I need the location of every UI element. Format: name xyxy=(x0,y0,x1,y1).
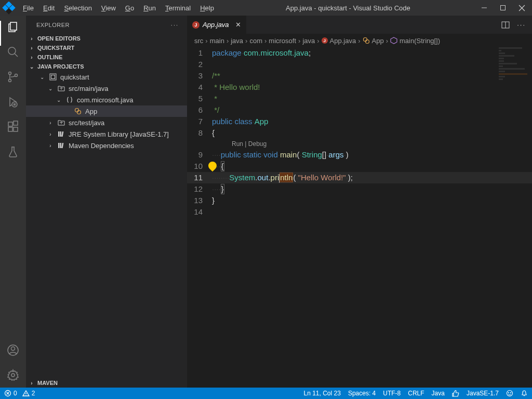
window-minimize-icon[interactable] xyxy=(481,5,487,11)
codelens[interactable]: Run | Debug xyxy=(187,139,532,149)
svg-point-30 xyxy=(511,393,511,393)
svg-point-13 xyxy=(11,374,15,377)
svg-point-3 xyxy=(9,72,11,75)
menu-file[interactable]: File xyxy=(19,2,38,14)
menu-terminal[interactable]: Terminal xyxy=(161,2,195,14)
package-folder-icon xyxy=(57,118,65,127)
status-warnings[interactable]: 2 xyxy=(22,390,35,397)
menu-go[interactable]: Go xyxy=(121,2,138,14)
editor-more-icon[interactable]: ··· xyxy=(517,21,526,29)
test-icon[interactable] xyxy=(7,145,19,158)
maven-deps-node[interactable]: ›Maven Dependencies xyxy=(26,140,187,151)
activity-bar xyxy=(0,16,26,388)
library-icon xyxy=(57,141,65,150)
status-sdk[interactable]: JavaSE-1.7 xyxy=(467,390,499,397)
symbol-method-icon xyxy=(390,37,397,44)
settings-gear-icon[interactable] xyxy=(7,369,19,381)
src-main-node[interactable]: ⌄src/main/java xyxy=(26,83,187,94)
status-encoding[interactable]: UTF-8 xyxy=(383,390,401,397)
explorer-title: EXPLORER xyxy=(36,22,70,28)
package-node[interactable]: ⌄com.microsoft.java xyxy=(26,94,187,105)
title-bar: File Edit Selection View Go Run Terminal… xyxy=(0,0,532,16)
svg-point-25 xyxy=(363,38,367,42)
editor-area: J App.java ✕ ··· src› main› java› com› m… xyxy=(187,16,532,388)
jre-node[interactable]: ›JRE System Library [JavaSE-1.7] xyxy=(26,128,187,140)
tab-close-icon[interactable]: ✕ xyxy=(235,21,241,29)
svg-point-28 xyxy=(507,391,513,396)
package-folder-icon xyxy=(57,84,65,92)
svg-rect-22 xyxy=(60,143,62,148)
svg-rect-18 xyxy=(58,131,60,137)
editor-tabs: J App.java ✕ ··· xyxy=(187,16,532,34)
svg-rect-15 xyxy=(51,75,55,79)
library-icon xyxy=(57,130,65,138)
section-outline[interactable]: ›OUTLINE xyxy=(26,52,187,62)
menu-help[interactable]: Help xyxy=(196,2,218,14)
symbol-class-icon xyxy=(363,37,370,44)
section-open-editors[interactable]: ›OPEN EDITORS xyxy=(26,34,187,43)
svg-rect-21 xyxy=(58,143,60,148)
svg-rect-9 xyxy=(14,127,18,131)
run-debug-icon[interactable] xyxy=(7,96,19,108)
svg-point-29 xyxy=(509,393,509,393)
svg-point-4 xyxy=(9,79,11,82)
status-errors[interactable]: 0 xyxy=(4,390,17,397)
section-java-projects[interactable]: ⌄JAVA PROJECTS xyxy=(26,62,187,71)
svg-rect-7 xyxy=(8,122,12,126)
project-icon xyxy=(49,73,57,81)
explorer-icon[interactable] xyxy=(7,21,19,33)
svg-point-26 xyxy=(365,40,369,44)
status-ln-col[interactable]: Ln 11, Col 23 xyxy=(303,390,340,397)
svg-point-2 xyxy=(8,47,16,55)
explorer-sidebar: EXPLORER ··· ›OPEN EDITORS ›QUICKSTART ›… xyxy=(26,16,187,388)
status-feedback-icon[interactable] xyxy=(506,390,513,397)
status-eol[interactable]: CRLF xyxy=(408,390,424,397)
svg-rect-10 xyxy=(14,121,18,125)
project-node[interactable]: ⌄quickstart xyxy=(26,71,187,83)
breadcrumbs[interactable]: src› main› java› com› microsoft› java› J… xyxy=(187,34,532,47)
menu-selection[interactable]: Selection xyxy=(60,2,96,14)
svg-rect-1 xyxy=(10,22,17,30)
svg-rect-8 xyxy=(8,127,12,131)
status-bell-icon[interactable] xyxy=(521,390,528,397)
status-bar: 0 2 Ln 11, Col 23 Spaces: 4 UTF-8 CRLF J… xyxy=(0,388,532,399)
extensions-icon[interactable] xyxy=(7,121,19,133)
svg-point-12 xyxy=(11,347,15,351)
menu-run[interactable]: Run xyxy=(139,2,160,14)
status-language[interactable]: Java xyxy=(432,390,445,397)
tab-label: App.java xyxy=(203,21,229,29)
window-close-icon[interactable] xyxy=(518,5,525,11)
svg-rect-20 xyxy=(61,131,63,137)
section-maven[interactable]: ›MAVEN xyxy=(26,378,187,388)
split-editor-icon[interactable] xyxy=(501,21,510,29)
window-title: App.java - quickstart - Visual Studio Co… xyxy=(218,4,478,12)
class-node[interactable]: ›App xyxy=(26,105,187,117)
explorer-more-icon[interactable]: ··· xyxy=(171,22,179,28)
src-test-node[interactable]: ›src/test/java xyxy=(26,117,187,128)
search-icon[interactable] xyxy=(7,46,19,58)
section-workspace[interactable]: ›QUICKSTART xyxy=(26,43,187,52)
minimap[interactable] xyxy=(499,47,530,94)
code-editor[interactable]: 1package·com.microsoft.java; 2 3/** 4 * … xyxy=(187,47,532,388)
svg-rect-0 xyxy=(501,5,506,10)
java-file-icon: J xyxy=(322,37,328,44)
class-icon xyxy=(74,107,82,115)
menu-bar: File Edit Selection View Go Run Terminal… xyxy=(19,2,218,14)
source-control-icon[interactable] xyxy=(7,71,19,83)
tab-app-java[interactable]: J App.java ✕ xyxy=(187,16,247,34)
svg-rect-23 xyxy=(61,143,63,148)
svg-point-16 xyxy=(75,109,79,112)
window-maximize-icon[interactable] xyxy=(500,5,506,11)
menu-edit[interactable]: Edit xyxy=(39,2,59,14)
namespace-icon xyxy=(65,96,74,104)
svg-point-17 xyxy=(77,111,81,114)
accounts-icon[interactable] xyxy=(7,344,19,356)
java-file-icon: J xyxy=(192,21,200,29)
svg-rect-19 xyxy=(60,131,62,137)
vscode-logo-icon xyxy=(2,1,15,14)
status-spaces[interactable]: Spaces: 4 xyxy=(348,390,376,397)
status-thumbsup-icon[interactable] xyxy=(452,390,459,397)
svg-rect-14 xyxy=(50,74,56,80)
menu-view[interactable]: View xyxy=(97,2,120,14)
